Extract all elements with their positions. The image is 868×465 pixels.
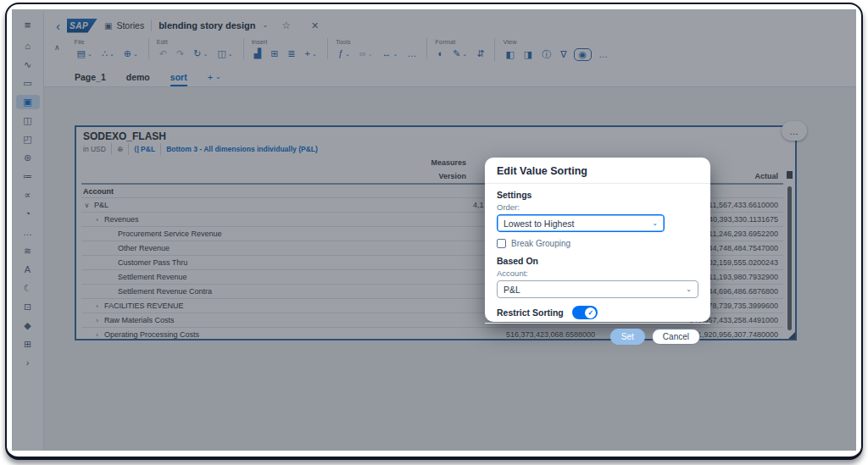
toggle-check-icon: ✓ — [585, 307, 596, 318]
break-grouping-checkbox[interactable] — [497, 239, 506, 248]
chevron-down-icon: ⌄ — [652, 219, 658, 227]
break-grouping-row: Break Grouping — [497, 239, 698, 248]
account-select-value: P&L — [504, 285, 520, 295]
screenshot-frame: ≡⌂∿▭▣◫◰⊛≔∝◔…≋A☾⊡◆⊞› ‹ SAP ▣ Stories blen… — [5, 3, 863, 460]
order-select-value: Lowest to Highest — [504, 219, 574, 229]
cancel-button[interactable]: Cancel — [652, 329, 700, 345]
dialog-footer: Set Cancel — [485, 323, 710, 351]
restrict-sorting-toggle[interactable]: ✓ — [572, 306, 598, 319]
dialog-title: Edit Value Sorting — [485, 158, 710, 184]
account-label: Account: — [497, 268, 698, 278]
order-select[interactable]: Lowest to Highest ⌄ — [497, 214, 665, 232]
modal-overlay — [12, 9, 856, 451]
edit-value-sorting-dialog: Edit Value Sorting Settings Order: Lowes… — [485, 158, 710, 322]
settings-heading: Settings — [497, 190, 698, 200]
dialog-body: Settings Order: Lowest to Highest ⌄ Brea… — [485, 184, 710, 323]
break-grouping-label: Break Grouping — [511, 239, 570, 248]
app-window: ≡⌂∿▭▣◫◰⊛≔∝◔…≋A☾⊡◆⊞› ‹ SAP ▣ Stories blen… — [12, 9, 856, 451]
chevron-down-icon: ⌄ — [686, 285, 692, 293]
restrict-sorting-row: Restrict Sorting ✓ — [497, 306, 698, 319]
order-label: Order: — [497, 202, 698, 212]
set-button[interactable]: Set — [610, 329, 645, 345]
account-select[interactable]: P&L ⌄ — [497, 280, 698, 298]
restrict-sorting-label: Restrict Sorting — [497, 307, 564, 318]
based-on-heading: Based On — [497, 256, 698, 266]
